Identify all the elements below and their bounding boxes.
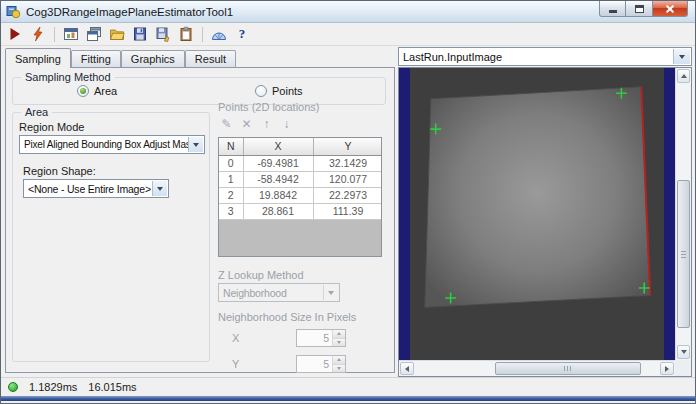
scroll-left-icon[interactable] xyxy=(400,362,414,375)
help-icon[interactable]: ? xyxy=(232,24,252,44)
spinner-buttons xyxy=(332,356,345,372)
z-lookup-select[interactable]: Neighborhood xyxy=(218,283,340,302)
z-lookup-label: Z Lookup Method xyxy=(218,269,304,281)
sampling-method-label: Sampling Method xyxy=(21,71,115,83)
tab-fitting[interactable]: Fitting xyxy=(71,50,121,67)
cell-n: 1 xyxy=(219,171,243,187)
z-lookup-value: Neighborhood xyxy=(223,287,287,299)
paste-icon[interactable] xyxy=(176,24,196,44)
cell-y: 32.1429 xyxy=(313,155,382,171)
tab-result[interactable]: Result xyxy=(185,50,236,67)
horizontal-scroll-thumb[interactable] xyxy=(495,362,641,375)
toolbar-separator xyxy=(54,27,55,42)
close-button[interactable] xyxy=(653,1,688,17)
delete-point-icon[interactable]: ✕ xyxy=(238,116,255,132)
electric-run-icon[interactable] xyxy=(28,24,48,44)
region-shape-select[interactable]: <None - Use Entire Image> xyxy=(23,179,169,198)
y-size-spinner[interactable]: 5 xyxy=(296,355,346,373)
maximize-button[interactable] xyxy=(626,1,653,17)
vertical-scroll-thumb[interactable] xyxy=(677,180,690,328)
tab-graphics[interactable]: Graphics xyxy=(121,50,185,67)
chevron-down-icon xyxy=(152,181,167,196)
spinner-buttons xyxy=(332,330,345,346)
scroll-down-icon[interactable] xyxy=(677,345,690,359)
add-point-icon[interactable]: ✎ xyxy=(218,116,235,132)
chevron-down-icon xyxy=(323,285,338,300)
main-toolbar: ? xyxy=(1,23,695,46)
close-icon xyxy=(665,4,675,14)
tab-strip: Sampling Fitting Graphics Result xyxy=(5,48,397,67)
move-up-icon[interactable]: ↑ xyxy=(258,116,275,132)
image-display-panel: LastRun.InputImage xyxy=(397,46,695,377)
region-mode-label: Region Mode xyxy=(19,121,84,133)
window-title: Cog3DRangeImagePlaneEstimatorTool1 xyxy=(26,6,690,18)
minimize-button[interactable] xyxy=(599,1,626,17)
measure-icon[interactable] xyxy=(209,24,229,44)
y-size-value: 5 xyxy=(297,356,332,372)
scrollbar-corner xyxy=(675,360,691,376)
cell-x: -69.4981 xyxy=(243,155,313,171)
x-label: X xyxy=(232,332,239,344)
x-size-value: 5 xyxy=(297,330,332,346)
area-group: Area Region Mode Pixel Aligned Bounding … xyxy=(12,112,210,362)
region-mode-value: Pixel Aligned Bounding Box Adjust Mask xyxy=(24,139,195,150)
save-icon[interactable] xyxy=(130,24,150,44)
cell-n: 2 xyxy=(219,187,243,203)
range-image xyxy=(399,68,675,360)
minimize-icon xyxy=(609,10,617,13)
x-size-spinner[interactable]: 5 xyxy=(296,329,346,347)
y-size-row: Y 5 xyxy=(218,355,358,373)
cell-x: 19.8842 xyxy=(243,187,313,203)
region-shape-label: Region Shape: xyxy=(23,165,96,177)
run-icon[interactable] xyxy=(5,24,25,44)
scroll-up-icon[interactable] xyxy=(677,69,690,83)
cell-x: 28.861 xyxy=(243,203,313,219)
region-mode-select[interactable]: Pixel Aligned Bounding Box Adjust Mask xyxy=(19,135,205,154)
points-table[interactable]: N X Y 0 -69.4981 32.1429 1 - xyxy=(218,137,382,257)
window-frame-edge xyxy=(1,396,695,401)
image-selector[interactable]: LastRun.InputImage xyxy=(398,47,692,66)
tab-sampling[interactable]: Sampling xyxy=(5,48,71,68)
radio-area-label: Area xyxy=(94,85,117,97)
status-ok-icon xyxy=(8,382,18,392)
region-shape-value: <None - Use Entire Image> xyxy=(28,183,151,195)
status-bar: 1.1829ms 16.015ms xyxy=(1,377,695,396)
radio-area-dot xyxy=(77,85,89,97)
toolbar-separator xyxy=(202,27,203,42)
radio-points[interactable]: Points xyxy=(255,85,303,97)
image-selector-value: LastRun.InputImage xyxy=(403,51,502,63)
spin-up-icon[interactable] xyxy=(333,330,345,339)
app-window: Cog3DRangeImagePlaneEstimatorTool1 xyxy=(0,0,696,404)
spin-down-icon[interactable] xyxy=(333,365,345,373)
range-image-canvas[interactable] xyxy=(399,68,675,360)
points-section-label: Points (2D locations) xyxy=(218,101,320,113)
radio-area[interactable]: Area xyxy=(77,85,117,97)
vertical-scrollbar[interactable] xyxy=(675,68,691,360)
cell-y: 111.39 xyxy=(313,203,382,219)
cell-n: 0 xyxy=(219,155,243,171)
open-file-icon[interactable] xyxy=(107,24,127,44)
show-image-icon[interactable] xyxy=(61,24,81,44)
plane-region xyxy=(425,87,650,307)
chevron-down-icon xyxy=(188,137,203,152)
total-time: 16.015ms xyxy=(88,381,136,393)
spin-up-icon[interactable] xyxy=(333,356,345,365)
parameter-panel: Sampling Fitting Graphics Result Samplin… xyxy=(1,46,397,377)
horizontal-scrollbar[interactable] xyxy=(399,360,675,376)
window-controls xyxy=(599,1,688,17)
col-header-y: Y xyxy=(313,138,382,155)
cell-y: 120.077 xyxy=(313,171,382,187)
run-time: 1.1829ms xyxy=(29,381,77,393)
cascade-windows-icon[interactable] xyxy=(84,24,104,44)
table-row: 2 19.8842 22.2973 xyxy=(219,187,382,203)
spin-down-icon[interactable] xyxy=(333,339,345,347)
save-as-icon[interactable] xyxy=(153,24,173,44)
cell-y: 22.2973 xyxy=(313,187,382,203)
scroll-right-icon[interactable] xyxy=(660,362,674,375)
title-bar[interactable]: Cog3DRangeImagePlaneEstimatorTool1 xyxy=(1,1,695,23)
cell-n: 3 xyxy=(219,203,243,219)
app-icon xyxy=(6,4,21,19)
chevron-down-icon xyxy=(673,49,690,64)
radio-points-label: Points xyxy=(272,85,303,97)
move-down-icon[interactable]: ↓ xyxy=(278,116,295,132)
